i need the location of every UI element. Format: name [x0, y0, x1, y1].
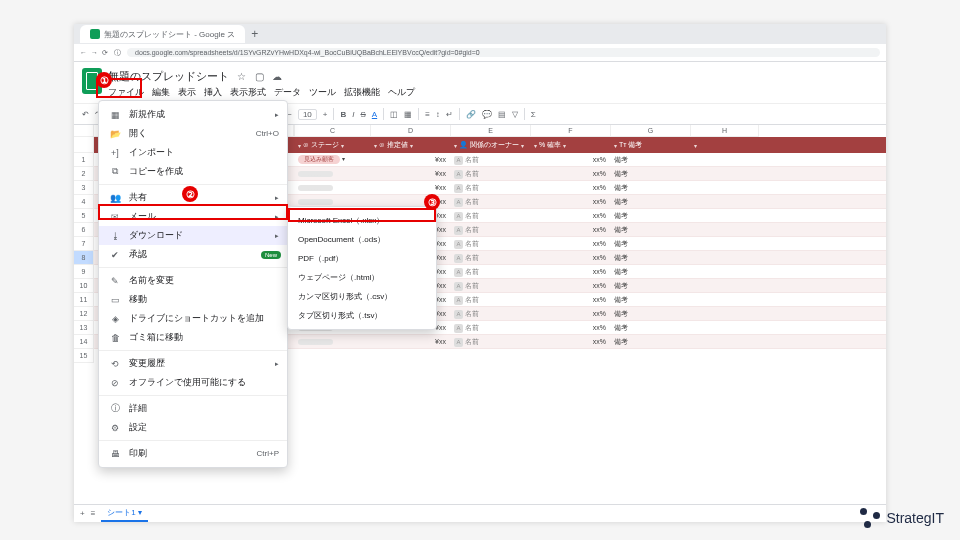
nav-back-icon[interactable]: ←: [80, 49, 87, 57]
mi-open[interactable]: 📂開くCtrl+O: [99, 124, 287, 143]
cloud-icon[interactable]: ☁: [272, 71, 282, 82]
mi-shortcut[interactable]: ◈ドライブにショートカットを追加: [99, 309, 287, 328]
mi-copy[interactable]: ⧉コピーを作成: [99, 162, 287, 181]
add-sheet-icon[interactable]: +: [80, 509, 85, 518]
mi-settings[interactable]: ⚙設定: [99, 418, 287, 437]
menu-edit[interactable]: 編集: [152, 86, 170, 99]
nav-reload-icon[interactable]: ⟳: [102, 49, 108, 57]
menu-data[interactable]: データ: [274, 86, 301, 99]
wrap-icon[interactable]: ↵: [446, 110, 453, 119]
callout-badge-1: ①: [96, 72, 112, 88]
mi-import[interactable]: +]インポート: [99, 143, 287, 162]
sheet-tab-bar: + ≡ シート1 ▾: [74, 504, 886, 522]
callout-badge-2: ②: [182, 186, 198, 202]
mi-approve[interactable]: ✔承認New: [99, 245, 287, 264]
tab-title: 無題のスプレッドシート - Google ス: [104, 29, 235, 40]
mi-new[interactable]: ▦新規作成▸: [99, 105, 287, 124]
sheets-favicon-icon: [90, 29, 100, 39]
menu-ext[interactable]: 拡張機能: [344, 86, 380, 99]
menu-tools[interactable]: ツール: [309, 86, 336, 99]
new-tab-icon[interactable]: +: [251, 27, 258, 41]
mi-download[interactable]: ⭳ダウンロード▸: [99, 226, 287, 245]
dl-csv[interactable]: カンマ区切り形式（.csv）: [288, 287, 436, 306]
border-icon[interactable]: ▦: [404, 110, 412, 119]
undo-icon[interactable]: ↶: [82, 110, 89, 119]
browser-tab[interactable]: 無題のスプレッドシート - Google ス: [80, 25, 245, 43]
mi-print[interactable]: 🖶印刷Ctrl+P: [99, 444, 287, 463]
valign-icon[interactable]: ↕: [436, 110, 440, 119]
url-field[interactable]: docs.google.com/spreadsheets/d/1SYvGRZvY…: [127, 48, 880, 57]
mi-trash[interactable]: 🗑ゴミ箱に移動: [99, 328, 287, 347]
filter-icon[interactable]: ▽: [512, 110, 518, 119]
sheet-tab-1[interactable]: シート1 ▾: [101, 505, 148, 522]
dl-tsv[interactable]: タブ区切り形式（.tsv）: [288, 306, 436, 325]
menu-help[interactable]: ヘルプ: [388, 86, 415, 99]
brand-logo: StrategIT: [860, 508, 944, 528]
menubar: ファイル 編集 表示 挿入 表示形式 データ ツール 拡張機能 ヘルプ: [108, 86, 415, 99]
callout-box-3: [288, 208, 436, 222]
mi-history[interactable]: ⟲変更履歴▸: [99, 354, 287, 373]
sheets-header: 無題のスプレッドシート ☆ ▢ ☁ ファイル 編集 表示 挿入 表示形式 データ…: [74, 62, 886, 99]
download-submenu: Microsoft Excel（.xlsx） OpenDocument（.ods…: [287, 206, 437, 330]
chart-icon[interactable]: ▤: [498, 110, 506, 119]
mi-rename[interactable]: ✎名前を変更: [99, 271, 287, 290]
align-icon[interactable]: ≡: [425, 110, 430, 119]
browser-urlbar: ← → ⟳ ⓘ docs.google.com/spreadsheets/d/1…: [74, 44, 886, 62]
dl-pdf[interactable]: PDF（.pdf）: [288, 249, 436, 268]
star-icon[interactable]: ☆: [237, 71, 246, 82]
comment-icon[interactable]: 💬: [482, 110, 492, 119]
fontsize[interactable]: 10: [298, 109, 317, 120]
browser-tabbar: 無題のスプレッドシート - Google ス +: [74, 24, 886, 44]
nav-fwd-icon[interactable]: →: [91, 49, 98, 57]
mi-details[interactable]: ⓘ詳細: [99, 399, 287, 418]
menu-format[interactable]: 表示形式: [230, 86, 266, 99]
sigma-icon[interactable]: Σ: [531, 110, 536, 119]
callout-badge-3: ③: [424, 194, 440, 210]
fill-icon[interactable]: ◫: [390, 110, 398, 119]
file-menu-dropdown: ▦新規作成▸ 📂開くCtrl+O +]インポート ⧉コピーを作成 👥共有▸ ✉メ…: [98, 100, 288, 468]
lock-icon: ⓘ: [114, 48, 121, 58]
app-window: 無題のスプレッドシート - Google ス + ← → ⟳ ⓘ docs.go…: [74, 24, 886, 522]
dl-ods[interactable]: OpenDocument（.ods）: [288, 230, 436, 249]
move-icon[interactable]: ▢: [255, 71, 264, 82]
callout-box-2: [98, 204, 288, 220]
link-icon[interactable]: 🔗: [466, 110, 476, 119]
menu-insert[interactable]: 挿入: [204, 86, 222, 99]
mi-move[interactable]: ▭移動: [99, 290, 287, 309]
mi-offline[interactable]: ⊘オフラインで使用可能にする: [99, 373, 287, 392]
row-headers: 123456789101112131415: [74, 125, 94, 363]
menu-view[interactable]: 表示: [178, 86, 196, 99]
dl-html[interactable]: ウェブページ（.html）: [288, 268, 436, 287]
all-sheets-icon[interactable]: ≡: [91, 509, 96, 518]
